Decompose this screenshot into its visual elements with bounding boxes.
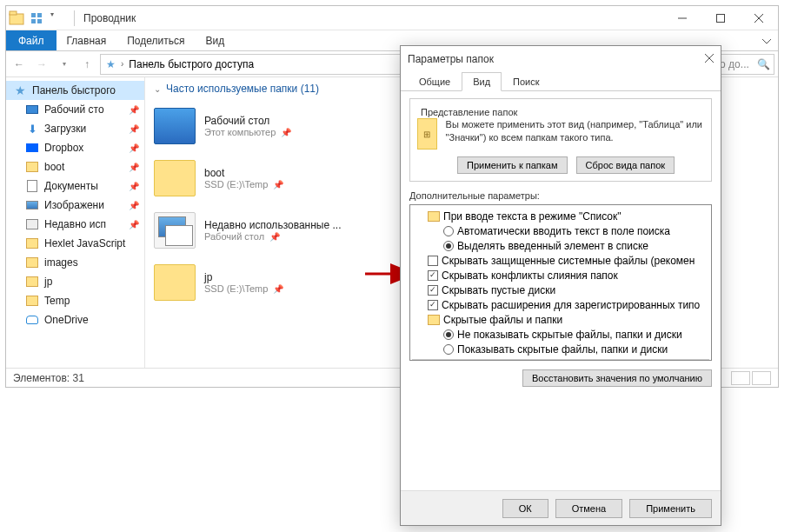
sidebar-item[interactable]: OneDrive bbox=[6, 310, 144, 329]
folder-views-fieldset: Представление папок ⊞ Вы можете применит… bbox=[409, 98, 712, 182]
dialog-close-button[interactable] bbox=[705, 53, 714, 65]
tree-item[interactable]: Скрывать защищенные системные файлы (рек… bbox=[412, 253, 709, 268]
tree-item[interactable]: Скрывать пустые диски bbox=[412, 283, 709, 297]
svg-rect-5 bbox=[37, 19, 42, 23]
checkbox-control[interactable] bbox=[428, 270, 438, 281]
radio-control[interactable] bbox=[443, 329, 454, 340]
star-icon: ★ bbox=[13, 83, 27, 97]
dropbox-icon bbox=[26, 143, 38, 152]
document-icon bbox=[27, 180, 37, 192]
dialog-titlebar: Параметры папок bbox=[401, 46, 721, 72]
sidebar-item[interactable]: Рабочий сто📌 bbox=[6, 100, 144, 119]
ok-button[interactable]: ОК bbox=[502, 499, 548, 518]
file-thumbnail bbox=[154, 212, 196, 249]
sidebar-item[interactable]: Temp bbox=[6, 291, 144, 310]
advanced-settings-tree[interactable]: При вводе текста в режиме "Список"Автома… bbox=[409, 204, 712, 361]
reset-folders-button[interactable]: Сброс вида папок bbox=[576, 156, 675, 174]
picture-icon bbox=[26, 201, 38, 209]
onedrive-icon bbox=[26, 316, 38, 324]
download-icon: ⬇ bbox=[25, 122, 39, 136]
file-path: SSD (E:)\Temp📌 bbox=[204, 179, 283, 190]
back-button[interactable]: ← bbox=[10, 55, 29, 74]
explorer-icon bbox=[9, 10, 24, 26]
apply-button[interactable]: Применить bbox=[629, 499, 712, 518]
pin-icon: 📌 bbox=[129, 143, 139, 153]
tree-item[interactable]: Скрывать расширения для зарегистрированн… bbox=[412, 297, 709, 312]
tree-item[interactable]: Скрывать конфликты слияния папок bbox=[412, 268, 709, 283]
tree-item[interactable]: Не показывать скрытые файлы, папки и дис… bbox=[412, 327, 709, 342]
up-button[interactable]: ↑ bbox=[77, 55, 96, 74]
folder-icon bbox=[26, 162, 38, 172]
forward-button[interactable]: → bbox=[32, 55, 51, 74]
dialog-tab-search[interactable]: Поиск bbox=[502, 72, 550, 91]
tree-item[interactable]: Автоматически вводить текст в поле поиск… bbox=[412, 223, 709, 238]
nav-sidebar: ★Панель быстрогоРабочий сто📌⬇Загрузки📌Dr… bbox=[6, 77, 145, 368]
qat-icon[interactable] bbox=[30, 10, 45, 26]
sidebar-item-label: Рабочий сто bbox=[44, 103, 104, 116]
star-icon: ★ bbox=[106, 58, 116, 70]
radio-control[interactable] bbox=[443, 226, 454, 236]
file-name: boot bbox=[204, 167, 283, 179]
close-button[interactable] bbox=[740, 6, 778, 30]
pin-icon: 📌 bbox=[129, 124, 139, 134]
sidebar-item[interactable]: Документы📌 bbox=[6, 176, 144, 196]
folder-icon bbox=[428, 315, 440, 325]
scroll-left-button[interactable]: ◂ bbox=[412, 361, 426, 362]
sidebar-item[interactable]: boot📌 bbox=[6, 157, 144, 176]
svg-rect-4 bbox=[31, 19, 36, 23]
radio-control[interactable] bbox=[443, 241, 454, 251]
sidebar-item[interactable]: Изображени📌 bbox=[6, 196, 144, 215]
dialog-tab-general[interactable]: Общие bbox=[408, 72, 462, 91]
tree-item[interactable]: Выделять введенный элемент в списке bbox=[412, 238, 709, 253]
sidebar-item[interactable]: ★Панель быстрого bbox=[6, 81, 144, 100]
sidebar-item-label: images bbox=[44, 256, 78, 269]
restore-defaults-button[interactable]: Восстановить значения по умолчанию bbox=[522, 369, 712, 387]
ribbon-expand-icon[interactable] bbox=[755, 30, 778, 50]
recent-locations-icon[interactable]: ▾ bbox=[55, 55, 74, 74]
checkbox-control[interactable] bbox=[428, 256, 438, 266]
file-path: Рабочий стол📌 bbox=[204, 231, 341, 242]
sidebar-item-label: Temp bbox=[44, 295, 70, 307]
folder-options-dialog: Параметры папок Общие Вид Поиск Представ… bbox=[400, 45, 721, 526]
checkbox-control[interactable] bbox=[428, 300, 438, 310]
apply-to-folders-button[interactable]: Применить к папкам bbox=[457, 156, 568, 174]
tab-share[interactable]: Поделиться bbox=[116, 30, 195, 50]
sidebar-item[interactable]: images bbox=[6, 253, 144, 272]
tab-view[interactable]: Вид bbox=[195, 30, 235, 50]
dialog-tab-view[interactable]: Вид bbox=[462, 72, 502, 91]
tree-item-label: Выделять введенный элемент в списке bbox=[457, 240, 648, 252]
cancel-button[interactable]: Отмена bbox=[555, 499, 622, 518]
minimize-button[interactable] bbox=[663, 6, 701, 30]
fieldset-legend: Представление папок bbox=[417, 107, 521, 117]
tree-item[interactable]: Показывать скрытые файлы, папки и диски bbox=[412, 342, 709, 356]
sidebar-item[interactable]: Hexlet JavaScript bbox=[6, 234, 144, 253]
sidebar-item-label: Dropbox bbox=[44, 142, 83, 154]
advanced-label: Дополнительные параметры: bbox=[409, 190, 712, 201]
tree-item-label: Скрывать расширения для зарегистрированн… bbox=[442, 299, 700, 311]
svg-rect-2 bbox=[31, 13, 36, 17]
sidebar-item[interactable]: ⬇Загрузки📌 bbox=[6, 119, 144, 138]
view-icons-button[interactable] bbox=[752, 371, 771, 385]
sidebar-item[interactable]: Недавно исп📌 bbox=[6, 215, 144, 234]
file-path: Этот компьютер📌 bbox=[204, 127, 291, 137]
chevron-down-icon: ⌄ bbox=[154, 84, 161, 94]
tab-home[interactable]: Главная bbox=[56, 30, 117, 50]
svg-rect-7 bbox=[717, 14, 725, 22]
horizontal-scrollbar[interactable]: ◂ ▸ bbox=[412, 359, 709, 361]
folder-icon bbox=[26, 276, 38, 287]
tree-item[interactable]: При вводе текста в режиме "Список" bbox=[412, 209, 709, 223]
sidebar-item-label: jp bbox=[44, 276, 52, 288]
sidebar-item-label: Панель быстрого bbox=[32, 84, 116, 96]
view-details-button[interactable] bbox=[731, 371, 750, 385]
tab-file[interactable]: Файл bbox=[6, 30, 56, 50]
tree-item[interactable]: Скрытые файлы и папки bbox=[412, 312, 709, 327]
tree-item-label: При вводе текста в режиме "Список" bbox=[443, 210, 622, 223]
scroll-right-button[interactable]: ▸ bbox=[695, 361, 709, 362]
checkbox-control[interactable] bbox=[428, 285, 438, 296]
maximize-button[interactable] bbox=[701, 6, 740, 30]
sidebar-item[interactable]: Dropbox📌 bbox=[6, 138, 144, 157]
qat-dropdown[interactable]: ▾ bbox=[50, 10, 66, 26]
sidebar-item-label: boot bbox=[44, 161, 64, 173]
radio-control[interactable] bbox=[443, 344, 454, 355]
sidebar-item[interactable]: jp bbox=[6, 272, 144, 291]
